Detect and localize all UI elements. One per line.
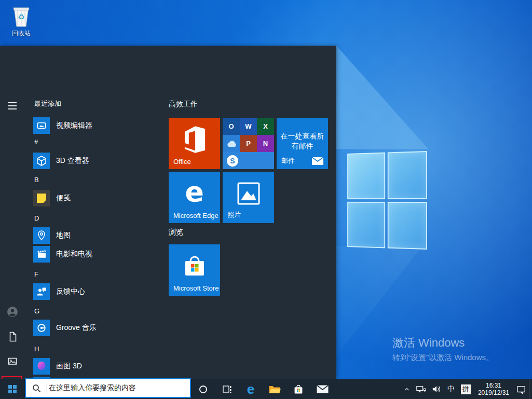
recycle-bin-icon: ♻ [10,3,33,28]
clock-time: 16:31 [478,382,509,389]
3d-viewer-icon [33,153,50,169]
app-section-header-hash[interactable]: # [34,138,38,147]
action-center-button[interactable] [513,379,529,399]
edge-icon: e [247,382,254,396]
tile-label: Microsoft Edge [173,212,219,219]
photos-icon [237,182,261,205]
excel-icon: X [257,118,274,135]
app-item-3d-viewer[interactable]: 3D 查看器 [33,153,89,169]
office-icon [180,125,209,154]
paint-3d-icon [33,358,50,375]
show-desktop-button[interactable] [529,379,532,399]
app-section-header-d[interactable]: D [34,214,39,224]
edge-taskbar-button[interactable]: e [239,379,263,399]
tile-microsoft-edge[interactable]: e Microsoft Edge [169,172,220,223]
app-item-label: 便笺 [56,194,71,203]
app-item-label: 3D 查看器 [56,156,89,166]
task-view-button[interactable] [215,379,239,399]
pictures-button[interactable] [0,349,25,374]
app-item-label: 地图 [56,231,71,240]
wallpaper-windows-logo [347,151,427,250]
network-button[interactable] [413,379,429,399]
app-item-maps[interactable]: 地图 [33,227,71,244]
search-placeholder: 在这里输入你要搜索的内容 [49,383,136,393]
video-editor-icon [33,117,50,134]
text-cursor [47,383,47,393]
network-icon [416,384,426,394]
tile-microsoft-store[interactable]: Microsoft Store [169,244,220,296]
tile-label: Microsoft Store [173,284,219,292]
start-button[interactable] [0,379,25,399]
task-view-icon [222,384,232,394]
app-item-video-editor[interactable]: 视频编辑器 [33,117,92,134]
app-section-header-h[interactable]: H [34,345,39,354]
store-icon [293,384,304,395]
search-icon [32,384,41,393]
clock-date: 2019/12/31 [478,389,509,396]
tile-mail[interactable]: 在一处查看所有邮件 邮件 [277,118,328,169]
ime-mode-indicator[interactable]: 拼 [461,384,471,394]
tray-overflow-button[interactable] [401,379,413,399]
tile-label: 邮件 [281,156,295,166]
folder-icon [268,384,281,394]
app-section-header-recent[interactable]: 最近添加 [34,99,61,108]
recycle-bin[interactable]: ♻ 回收站 [5,3,37,38]
app-item-sticky-notes[interactable]: 便笺 [33,190,71,207]
edge-icon: e [185,175,204,208]
mail-taskbar-button[interactable] [310,379,334,399]
start-rail: ⚙ [0,46,25,379]
windows-logo-icon [8,385,17,393]
store-taskbar-button[interactable] [287,379,310,399]
tile-label: 照片 [227,210,241,219]
maps-icon [33,227,50,244]
tile-group-header-productivity: 高效工作 [169,100,198,109]
file-explorer-button[interactable] [263,379,287,399]
desktop: ♻ 回收站 激活 Windows 转到“设置”以激活 Windows。 [0,0,532,399]
app-section-header-g[interactable]: G [34,307,39,317]
onenote-icon: N [257,135,274,152]
user-icon [7,306,18,318]
mail-tile-caption: 在一处查看所有邮件 [279,131,326,151]
app-item-feedback-hub[interactable]: 反馈中心 [33,283,85,300]
taskbar-clock[interactable]: 16:31 2019/12/31 [474,382,513,396]
cortana-button[interactable] [191,379,215,399]
document-icon [7,331,18,342]
app-item-groove-music[interactable]: Groove 音乐 [33,320,97,336]
action-center-icon [516,384,526,394]
taskbar: 在这里输入你要搜索的内容 e [0,379,532,399]
tile-photos[interactable]: 照片 [223,172,274,223]
tile-office-suite[interactable]: O W X P N S [223,118,274,169]
powerpoint-icon: P [240,135,257,152]
recycle-bin-label: 回收站 [5,29,37,38]
start-menu: ⚙ 最近添加 # B D F G H J [0,46,336,379]
store-icon [182,253,207,279]
tile-label: Office [173,158,191,166]
ime-language-indicator[interactable]: 中 [444,379,458,399]
mail-icon [317,385,329,393]
search-input[interactable]: 在这里输入你要搜索的内容 [25,378,191,398]
pictures-icon [7,355,18,367]
documents-button[interactable] [0,324,25,349]
onedrive-icon [223,135,240,152]
volume-button[interactable] [429,379,444,399]
tile-office[interactable]: Office [169,118,220,169]
app-section-header-f[interactable]: F [34,270,38,280]
movies-tv-icon [33,246,50,263]
app-item-label: 画图 3D [56,362,82,371]
app-section-header-b[interactable]: B [34,176,39,185]
volume-icon [431,384,442,394]
office-suite-grid: O W X P N S [223,118,274,169]
hamburger-menu-button[interactable] [8,102,17,109]
app-item-paint-3d[interactable]: 画图 3D [33,358,82,375]
cortana-icon [199,385,208,394]
activation-watermark: 激活 Windows 转到“设置”以激活 Windows。 [392,335,494,363]
watermark-subtitle: 转到“设置”以激活 Windows。 [392,353,494,363]
user-account-button[interactable] [0,299,25,324]
app-item-label: 电影和电视 [56,250,92,259]
groove-music-icon [33,320,50,336]
word-icon: W [240,118,257,135]
outlook-icon: O [223,118,240,135]
app-item-label: 视频编辑器 [56,121,92,130]
watermark-title: 激活 Windows [392,335,494,351]
app-item-movies-tv[interactable]: 电影和电视 [33,246,92,263]
